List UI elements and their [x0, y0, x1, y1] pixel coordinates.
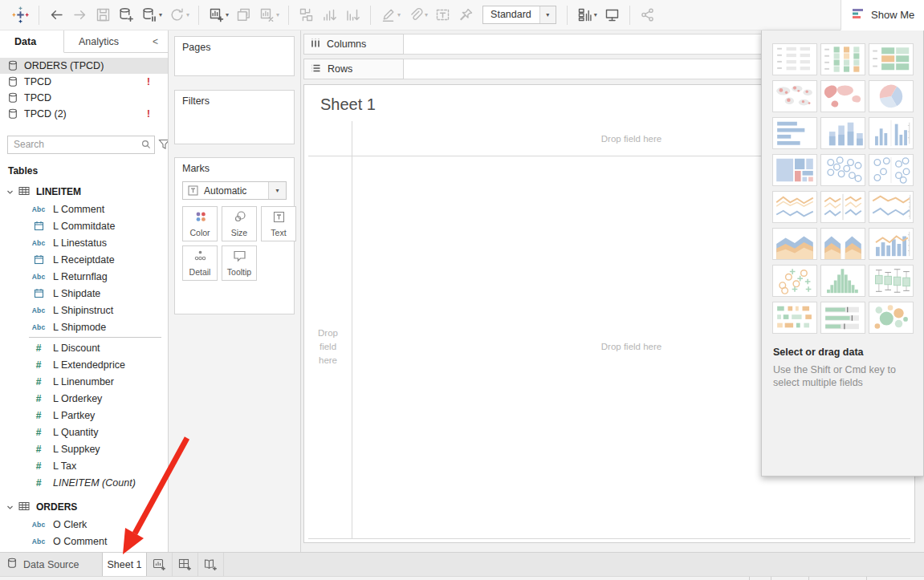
- field-item[interactable]: #L Extendedprice: [0, 356, 168, 373]
- new-dashboard-tab-button[interactable]: [173, 553, 198, 576]
- data-source-item[interactable]: TPCD!: [0, 74, 168, 90]
- table-node-orders[interactable]: ORDERS: [0, 498, 168, 516]
- swap-rows-columns-button[interactable]: [295, 4, 318, 26]
- field-item[interactable]: AbcL Shipinstruct: [0, 302, 168, 318]
- rows-drop-track[interactable]: [404, 59, 762, 79]
- columns-drop-track[interactable]: [404, 34, 762, 55]
- filter-fields-icon[interactable]: [155, 139, 169, 150]
- showme-heat-map-thumbnail[interactable]: [869, 43, 914, 75]
- field-item[interactable]: AbcL Comment: [0, 201, 168, 217]
- field-item[interactable]: AbcL Returnflag: [0, 268, 168, 285]
- data-source-item[interactable]: ORDERS (TPCD): [0, 58, 168, 74]
- showme-side-by-side-bars-thumbnail[interactable]: [869, 117, 914, 149]
- showme-histogram-thumbnail[interactable]: [820, 265, 865, 297]
- mark-type-dropdown[interactable]: Automatic ▾: [182, 181, 287, 200]
- columns-shelf[interactable]: Columns: [303, 34, 762, 55]
- showme-side-by-side-circles-thumbnail[interactable]: [869, 154, 914, 186]
- field-item[interactable]: #L Discount: [0, 339, 168, 356]
- field-item[interactable]: L Receiptdate: [0, 251, 168, 268]
- field-item[interactable]: AbcL Linestatus: [0, 234, 168, 251]
- drop-hint-main: Drop field here: [601, 342, 661, 351]
- showme-text-table-thumbnail[interactable]: [772, 43, 817, 75]
- field-item[interactable]: AbcO Comment: [0, 533, 168, 550]
- showme-packed-bubbles-thumbnail[interactable]: [869, 302, 914, 334]
- showme-circle-views-thumbnail[interactable]: [820, 154, 865, 186]
- field-item[interactable]: L Shipdate: [0, 285, 168, 302]
- field-item[interactable]: #L Tax: [0, 457, 168, 474]
- search-input[interactable]: [8, 139, 138, 150]
- tab-data[interactable]: Data: [0, 30, 64, 53]
- duplicate-sheet-button[interactable]: [232, 4, 255, 26]
- field-item[interactable]: L Commitdate: [0, 217, 168, 234]
- field-item[interactable]: #L Suppkey: [0, 440, 168, 457]
- text-annotation-button[interactable]: [431, 4, 454, 26]
- data-source-tab[interactable]: Data Source: [0, 553, 102, 576]
- detail-button[interactable]: Detail: [182, 245, 218, 281]
- rows-shelf[interactable]: Rows: [303, 59, 762, 79]
- group-members-button[interactable]: ▾: [404, 4, 431, 26]
- clear-sheet-button[interactable]: ▾: [255, 4, 283, 26]
- new-worksheet-tab-button[interactable]: [147, 553, 173, 576]
- tables-tree: LINEITEMAbcL CommentL CommitdateAbcL Lin…: [0, 183, 168, 552]
- sort-ascending-button[interactable]: [318, 4, 341, 26]
- tooltip-button[interactable]: Tooltip: [222, 245, 257, 281]
- showme-horizontal-bars-thumbnail[interactable]: [772, 117, 817, 149]
- showme-box-and-whisker-thumbnail[interactable]: [869, 265, 914, 297]
- presentation-mode-button[interactable]: [600, 4, 624, 26]
- data-source-item[interactable]: TPCD: [0, 90, 168, 106]
- undo-button[interactable]: [45, 4, 68, 26]
- filters-shelf[interactable]: Filters: [174, 90, 295, 144]
- showme-dual-lines-thumbnail[interactable]: [869, 191, 914, 223]
- save-button[interactable]: [92, 4, 115, 26]
- showme-pie-chart-thumbnail[interactable]: [869, 80, 914, 112]
- field-item[interactable]: #LINEITEM (Count): [0, 474, 168, 491]
- table-node-lineitem[interactable]: LINEITEM: [0, 183, 168, 201]
- color-button[interactable]: Color: [182, 206, 218, 241]
- highlight-button[interactable]: ▾: [377, 4, 404, 26]
- pause-auto-updates-button[interactable]: ▾: [138, 4, 165, 26]
- redo-button[interactable]: [68, 4, 92, 26]
- showme-gantt-thumbnail[interactable]: [772, 302, 817, 334]
- tableau-logo[interactable]: [8, 4, 33, 26]
- showme-discrete-area-thumbnail[interactable]: [820, 228, 865, 260]
- size-button[interactable]: Size: [222, 206, 257, 241]
- show-me-panel: Select or drag data Use the Shift or Cmd…: [761, 30, 924, 477]
- showme-continuous-area-thumbnail[interactable]: [772, 228, 817, 260]
- text-button[interactable]: Text: [261, 206, 296, 241]
- showme-treemap-thumbnail[interactable]: [772, 154, 817, 186]
- field-item[interactable]: AbcL Shipmode: [0, 318, 168, 335]
- showme-scatter-plot-thumbnail[interactable]: [772, 265, 817, 297]
- pages-shelf[interactable]: Pages: [174, 36, 295, 76]
- field-item[interactable]: #L Linenumber: [0, 373, 168, 390]
- show-me-button[interactable]: Show Me: [841, 0, 924, 30]
- showme-dual-combination-thumbnail[interactable]: [869, 228, 914, 260]
- show-mark-labels-button[interactable]: ▾: [573, 4, 600, 26]
- data-source-item[interactable]: TPCD (2)!: [0, 106, 168, 122]
- showme-filled-map-thumbnail[interactable]: [820, 80, 865, 112]
- new-worksheet-button[interactable]: ▾: [205, 4, 232, 26]
- run-auto-updates-button[interactable]: ▾: [165, 4, 193, 26]
- showme-bullet-graph-thumbnail[interactable]: [820, 302, 865, 334]
- field-item[interactable]: #L Orderkey: [0, 390, 168, 407]
- search-box[interactable]: [7, 136, 155, 154]
- field-item[interactable]: AbcO Clerk: [0, 516, 168, 533]
- new-story-tab-button[interactable]: [198, 553, 224, 576]
- fix-axes-button[interactable]: [454, 4, 478, 26]
- sheet-tab-active[interactable]: Sheet 1: [102, 553, 147, 576]
- collapse-pane-icon[interactable]: <: [153, 30, 168, 52]
- tab-analytics[interactable]: Analytics: [64, 30, 149, 52]
- toolbar-buttons: ▾▾▾▾▾▾Standard▾▾: [8, 0, 659, 30]
- sort-descending-button[interactable]: [341, 4, 364, 26]
- field-item[interactable]: #L Quantity: [0, 424, 168, 440]
- fit-selector[interactable]: Standard▾: [482, 6, 556, 24]
- share-button[interactable]: [636, 4, 659, 26]
- showme-continuous-lines-thumbnail[interactable]: [772, 191, 817, 223]
- showme-stacked-bars-thumbnail[interactable]: [820, 117, 865, 149]
- showme-highlight-table-thumbnail[interactable]: [820, 43, 865, 75]
- cylinder-icon: [8, 60, 18, 71]
- field-item[interactable]: #L Partkey: [0, 407, 168, 424]
- new-data-source-button[interactable]: [115, 4, 138, 26]
- drop-zone-rows-header[interactable]: Dropfieldhere: [304, 156, 352, 537]
- showme-discrete-lines-thumbnail[interactable]: [820, 191, 865, 223]
- showme-symbol-map-thumbnail[interactable]: [772, 80, 817, 112]
